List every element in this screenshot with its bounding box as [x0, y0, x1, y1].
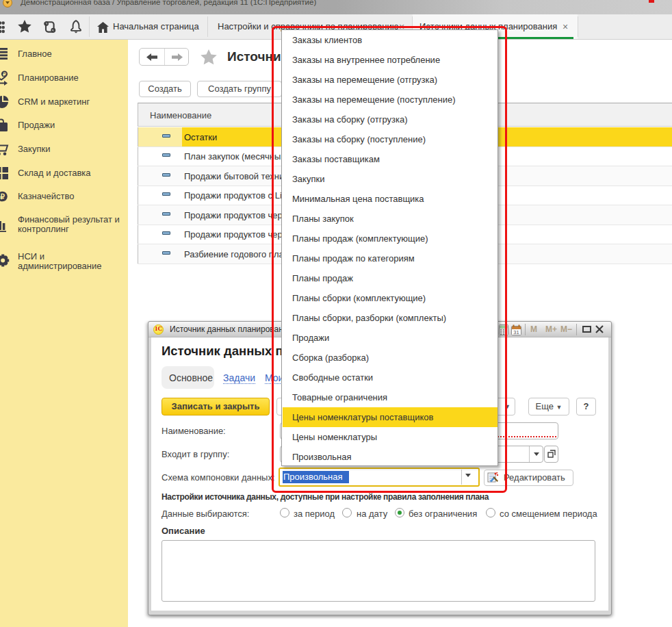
svg-text:₽: ₽	[3, 71, 6, 77]
svg-text:31: 31	[513, 329, 519, 335]
svg-text:₽: ₽	[0, 192, 5, 201]
